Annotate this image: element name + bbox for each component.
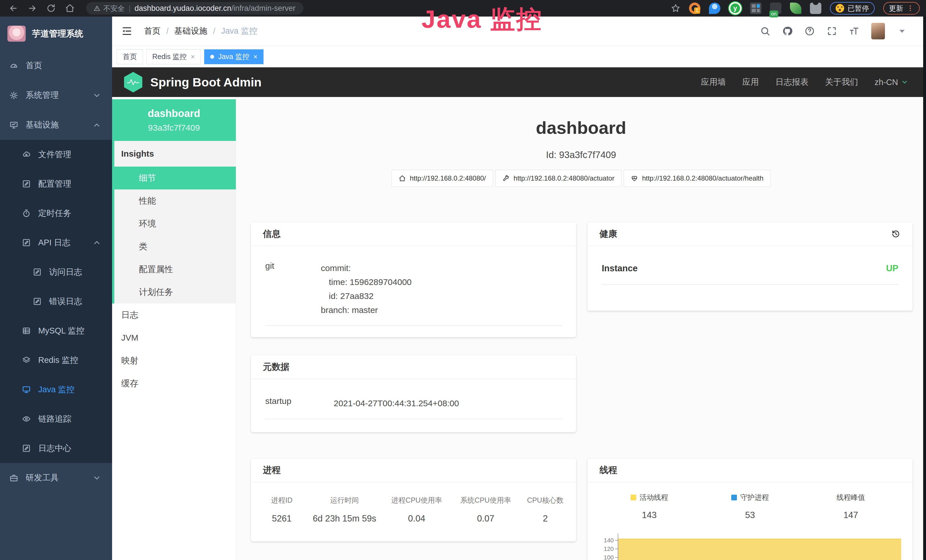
extension-location-pin-icon[interactable] xyxy=(709,3,720,14)
sidebar-item-label: 访问日志 xyxy=(49,266,82,278)
extension-on-switch-icon[interactable]: on xyxy=(770,3,781,14)
sidebar-item-label: 研发工具 xyxy=(26,472,59,484)
forward-icon[interactable] xyxy=(27,3,37,13)
address-bar[interactable]: 不安全 | dashboard.yudao.iocoder.cn/infra/a… xyxy=(86,2,303,15)
user-avatar[interactable] xyxy=(871,23,885,39)
git-id-line: id: 27aa832 xyxy=(321,289,412,303)
help-icon[interactable] xyxy=(805,26,815,36)
sidebar-item-log-center[interactable]: 日志中心 xyxy=(0,434,112,463)
sidebar-item-redis-monitor[interactable]: Redis 监控 xyxy=(0,345,112,375)
insights-section-label: Insights xyxy=(114,141,236,166)
tab-label: Redis 监控 xyxy=(152,52,187,61)
extension-leaf-icon[interactable] xyxy=(790,3,801,14)
sba-brand-title[interactable]: Spring Boot Admin xyxy=(150,75,262,89)
sba-nav-applications[interactable]: 应用 xyxy=(742,76,759,88)
extension-y-circle-icon[interactable]: y xyxy=(729,2,741,15)
actuator-url-link[interactable]: http://192.168.0.2:48080/actuator xyxy=(495,170,622,187)
security-label: 不安全 xyxy=(103,4,125,13)
font-size-icon[interactable] xyxy=(849,26,859,36)
sidebar-item-label: Java 监控 xyxy=(38,384,74,395)
page-scrollbar[interactable] xyxy=(923,17,926,560)
search-icon[interactable] xyxy=(760,26,770,36)
edit-icon xyxy=(33,297,42,306)
infrastructure-icon xyxy=(9,121,18,130)
sba-instance-header[interactable]: dashboard 93a3fc7f7409 xyxy=(112,99,236,141)
sidebar-item-file-management[interactable]: 文件管理 xyxy=(0,140,112,169)
bookmark-star-icon[interactable] xyxy=(671,3,681,13)
health-url-link[interactable]: http://192.168.0.2:48080/actuator/health xyxy=(624,170,770,187)
sidebar-item-trace[interactable]: 链路追踪 xyxy=(0,404,112,434)
chevron-down-icon xyxy=(92,474,101,483)
gauge-icon xyxy=(9,61,18,70)
stat-label: 运行时间 xyxy=(307,495,382,505)
reload-icon[interactable] xyxy=(46,3,56,13)
sba-menu-jvm[interactable]: JVM xyxy=(112,326,236,349)
sba-nav-about[interactable]: 关于我们 xyxy=(825,76,858,88)
fullscreen-icon[interactable] xyxy=(827,26,837,36)
legend-swatch-yellow xyxy=(631,495,636,500)
warning-icon xyxy=(94,5,100,12)
peak-threads-value: 147 xyxy=(800,510,901,520)
breadcrumb-infrastructure[interactable]: 基础设施 xyxy=(174,26,207,37)
paused-pill[interactable]: 已暂停 xyxy=(830,2,875,15)
sidebar-item-api-logs[interactable]: API 日志 xyxy=(0,228,112,257)
tab-home[interactable]: 首页 xyxy=(117,49,143,64)
service-url-link[interactable]: http://192.168.0.2:48080/ xyxy=(392,170,493,187)
sidebar-item-dev-tools[interactable]: 研发工具 xyxy=(0,463,112,493)
sba-menu-scheduled-tasks[interactable]: 计划任务 xyxy=(114,281,236,304)
tab-redis-monitor[interactable]: Redis 监控 × xyxy=(146,49,201,64)
sba-menu-metrics[interactable]: 性能 xyxy=(114,189,236,212)
instance-name: dashboard xyxy=(148,107,200,120)
sba-menu-config-properties[interactable]: 配置属性 xyxy=(114,258,236,281)
sidebar-item-scheduled-tasks[interactable]: 定时任务 xyxy=(0,198,112,228)
extension-grid-icon[interactable] xyxy=(750,3,761,14)
chevron-down-icon xyxy=(901,79,908,86)
sba-nav-wallboard[interactable]: 应用墙 xyxy=(701,76,726,88)
info-git-row: git commit: time: 1596289704000 id: 27aa… xyxy=(265,261,562,326)
back-icon[interactable] xyxy=(9,3,18,13)
extension-orange-circle-icon[interactable]: 1 xyxy=(689,3,701,14)
sba-menu-environment[interactable]: 环境 xyxy=(114,212,236,235)
stat-value: 0.04 xyxy=(382,513,451,524)
app-brand[interactable]: 芋道管理系统 xyxy=(0,17,112,51)
close-icon[interactable]: × xyxy=(254,53,257,61)
breadcrumb-separator: / xyxy=(213,27,215,36)
edit-icon xyxy=(22,238,31,247)
history-icon[interactable] xyxy=(891,229,900,239)
close-icon[interactable]: × xyxy=(191,53,195,61)
sidebar-item-label: 链路追踪 xyxy=(38,413,71,425)
sidebar-item-access-logs[interactable]: 访问日志 xyxy=(0,257,112,287)
sidebar-item-system-management[interactable]: 系统管理 xyxy=(0,80,112,110)
sidebar-item-error-logs[interactable]: 错误日志 xyxy=(0,287,112,316)
sba-menu-classes[interactable]: 类 xyxy=(114,235,236,258)
sba-menu-details[interactable]: 细节 xyxy=(112,166,236,189)
tab-java-monitor[interactable]: Java 监控 × xyxy=(204,49,263,64)
sidebar-item-java-monitor[interactable]: Java 监控 xyxy=(0,375,112,404)
github-icon[interactable] xyxy=(782,26,793,36)
sba-menu-logs[interactable]: 日志 xyxy=(112,304,236,326)
site-security[interactable]: 不安全 xyxy=(94,4,125,13)
breadcrumb-home[interactable]: 首页 xyxy=(144,26,160,37)
legend-label: 线程峰值 xyxy=(837,493,865,502)
sidebar-item-home[interactable]: 首页 xyxy=(0,51,112,80)
process-stats: 进程ID 5261 运行时间 6d 23h 15m 59s 进程CPU使用率 0… xyxy=(257,495,570,524)
extensions-puzzle-icon[interactable] xyxy=(810,3,822,14)
home-icon xyxy=(399,175,406,182)
chevron-down-icon xyxy=(92,91,101,100)
sba-nav-journal[interactable]: 日志报表 xyxy=(775,76,808,88)
legend-live-threads: 活动线程 xyxy=(599,493,699,502)
legend-swatch-blue xyxy=(731,495,737,500)
extension-badge: 1 xyxy=(694,8,700,14)
sba-nav-language[interactable]: zh-CN xyxy=(875,77,908,87)
health-instance-row[interactable]: Instance UP xyxy=(602,263,898,285)
y-tick-100: 100 xyxy=(599,554,614,560)
caret-down-icon[interactable] xyxy=(897,26,907,36)
update-button[interactable]: 更新 xyxy=(883,2,920,15)
sidebar-item-infrastructure[interactable]: 基础设施 xyxy=(0,110,112,140)
sidebar-fold-icon[interactable] xyxy=(121,26,133,37)
sidebar-item-config-management[interactable]: 配置管理 xyxy=(0,169,112,198)
sidebar-item-mysql-monitor[interactable]: MySQL 监控 xyxy=(0,316,112,345)
home-icon[interactable] xyxy=(65,3,75,13)
sba-menu-mappings[interactable]: 映射 xyxy=(112,349,236,372)
sba-menu-caches[interactable]: 缓存 xyxy=(112,372,236,395)
